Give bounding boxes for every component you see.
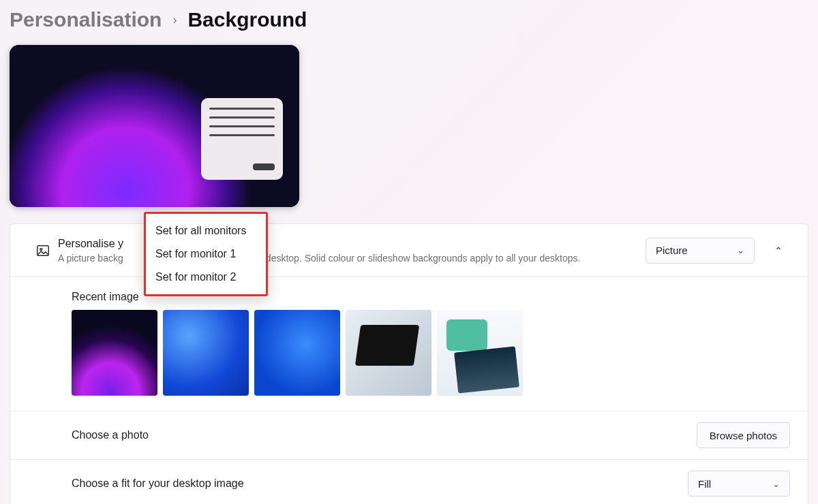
chevron-down-icon: ⌄	[772, 479, 780, 489]
chevron-down-icon: ⌄	[737, 245, 744, 255]
recent-thumb-1[interactable]	[72, 310, 157, 396]
picture-icon	[28, 243, 58, 258]
breadcrumb-current: Background	[187, 8, 307, 31]
choose-photo-label: Choose a photo	[72, 429, 697, 441]
personalise-sub-right: ent desktop. Solid colour or slideshow b…	[250, 253, 581, 264]
collapse-section-button[interactable]: ⌃	[767, 239, 790, 262]
chevron-up-icon: ⌃	[774, 245, 783, 256]
personalise-background-row[interactable]: Personalise y A picture backg ent deskto…	[10, 224, 808, 277]
recent-images-label: Recent image	[72, 291, 139, 303]
personalise-sub-left: A picture backg	[58, 253, 123, 264]
background-type-value: Picture	[656, 245, 688, 256]
recent-images-thumbs	[72, 310, 523, 396]
breadcrumb: Personalisation › Background	[10, 5, 808, 45]
choose-fit-row: Choose a fit for your desktop image Fill…	[10, 460, 808, 504]
breadcrumb-parent[interactable]: Personalisation	[10, 8, 162, 31]
desktop-preview	[10, 45, 299, 207]
svg-rect-0	[37, 245, 49, 255]
recent-thumb-4[interactable]	[346, 310, 431, 396]
recent-thumb-5[interactable]	[437, 310, 523, 396]
menu-item-set-monitor-1[interactable]: Set for monitor 1	[146, 242, 266, 266]
choose-fit-label: Choose a fit for your desktop image	[72, 477, 688, 490]
chevron-right-icon: ›	[172, 13, 177, 27]
background-type-dropdown[interactable]: Picture ⌄	[646, 238, 755, 264]
browse-photos-button[interactable]: Browse photos	[697, 422, 790, 448]
choose-photo-row: Choose a photo Browse photos	[10, 411, 808, 460]
menu-item-set-monitor-2[interactable]: Set for monitor 2	[146, 266, 266, 289]
svg-point-1	[40, 248, 42, 250]
fit-value: Fill	[698, 478, 711, 490]
preview-window-mock	[201, 98, 283, 180]
recent-thumb-2[interactable]	[163, 310, 249, 396]
menu-item-set-all-monitors[interactable]: Set for all monitors	[146, 219, 266, 242]
context-menu-set-monitor: Set for all monitors Set for monitor 1 S…	[144, 212, 268, 296]
recent-thumb-3[interactable]	[254, 310, 340, 396]
settings-panel: Personalise y A picture backg ent deskto…	[10, 223, 808, 504]
personalise-title-left: Personalise y	[58, 238, 123, 249]
fit-dropdown[interactable]: Fill ⌄	[688, 471, 790, 497]
recent-images-row: Recent image	[10, 277, 808, 411]
